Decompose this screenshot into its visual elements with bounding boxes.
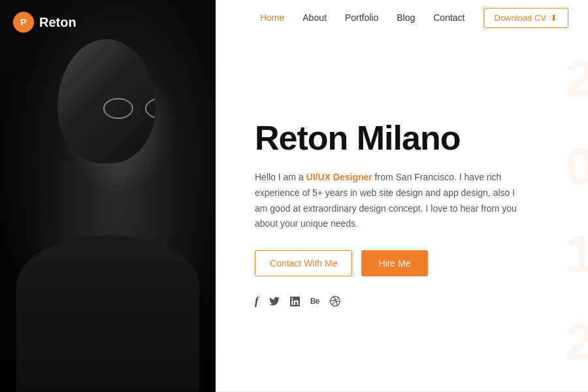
download-cv-button[interactable]: Download CV ⬇: [483, 8, 569, 28]
portrait-body: [16, 235, 199, 392]
nav-portfolio[interactable]: Portfolio: [345, 12, 378, 23]
social-links: f Be: [255, 295, 529, 308]
logo-icon: P: [13, 12, 34, 33]
logo[interactable]: P Reton: [13, 12, 76, 33]
hero-title: Reton Milano: [255, 120, 529, 157]
nav-about[interactable]: About: [302, 12, 327, 23]
nav-contact[interactable]: Contact: [433, 12, 465, 23]
bg-number-2: 0: [566, 140, 589, 193]
desc-highlight: UI/UX Designer: [306, 172, 372, 182]
cta-buttons: Contact With Me Hire Me: [255, 250, 529, 276]
contact-button[interactable]: Contact With Me: [255, 250, 352, 276]
hero-text-block: Reton Milano Hello I am a UI/UX Designer…: [255, 120, 529, 308]
download-cv-label: Download CV: [495, 13, 547, 23]
facebook-icon[interactable]: f: [255, 295, 259, 308]
portrait-glasses: [103, 98, 155, 118]
desc-part1: Hello I am a: [255, 172, 306, 182]
portrait-panel: P Reton: [0, 0, 216, 392]
linkedin-icon[interactable]: [290, 297, 300, 306]
logo-text: Reton: [39, 15, 76, 30]
twitter-icon[interactable]: [269, 297, 280, 306]
main-content: Home About Portfolio Blog Contact Downlo…: [216, 0, 588, 392]
hero-description: Hello I am a UI/UX Designer from San Fra…: [255, 170, 529, 232]
dribbble-icon[interactable]: [330, 296, 340, 306]
hire-button[interactable]: Hire Me: [361, 250, 427, 276]
bg-number-3: 1: [566, 228, 589, 280]
hero-section: 2 0 1 2 Reton Milano Hello I am a UI/UX …: [216, 35, 588, 392]
behance-icon[interactable]: Be: [310, 297, 319, 306]
bg-number-1: 2: [566, 53, 589, 105]
nav-home[interactable]: Home: [260, 12, 284, 23]
download-icon: ⬇: [550, 13, 557, 23]
navbar: Home About Portfolio Blog Contact Downlo…: [216, 0, 588, 35]
bg-number-4: 2: [566, 316, 589, 368]
nav-blog[interactable]: Blog: [397, 12, 415, 23]
